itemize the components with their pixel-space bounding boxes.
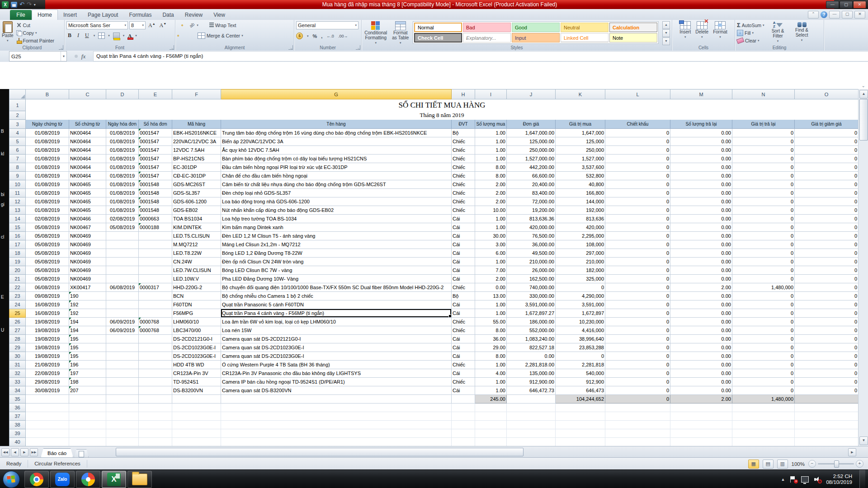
find-select-button[interactable]: Find & Select▾ — [792, 21, 812, 44]
vertical-scrollbar[interactable]: ▲ ▼ — [858, 89, 868, 446]
cell-L33[interactable]: 0 — [605, 378, 670, 386]
gallery-more-icon[interactable]: ▼ — [662, 38, 670, 45]
cell-N18[interactable]: 0 — [732, 249, 795, 258]
cell-J24[interactable]: 3,591,000.00 — [507, 300, 556, 309]
cell-H16[interactable]: Cái — [452, 232, 475, 240]
cell-J5[interactable]: 125,000.00 — [507, 137, 556, 146]
cell-O9[interactable]: 0 — [795, 172, 859, 180]
cell-E12[interactable]: 0001548 — [139, 197, 172, 206]
col-header-C[interactable]: C — [69, 89, 106, 99]
cell-H33[interactable]: Chiếc — [452, 378, 475, 386]
scroll-down-icon[interactable]: ▼ — [859, 436, 868, 445]
cell-O15[interactable]: 0 — [795, 223, 859, 232]
cell-C7[interactable]: NK00464 — [69, 155, 106, 163]
cell-B6[interactable]: 01/08/2019 — [26, 146, 69, 155]
cell-D26[interactable]: 06/09/2019 — [106, 318, 139, 326]
cell-D35[interactable] — [106, 395, 139, 404]
cell-D24[interactable] — [106, 300, 139, 309]
cell-C33[interactable]: 198 — [69, 378, 106, 386]
row-header-39[interactable]: 39 — [9, 429, 26, 438]
gallery-up-icon[interactable]: ▲ — [662, 21, 670, 29]
cell-I9[interactable]: 8.00 — [475, 172, 507, 180]
style-normal[interactable]: Normal — [414, 23, 462, 32]
cell-I39[interactable] — [475, 429, 507, 438]
cell-F12[interactable]: GDS-606-1200 — [172, 197, 221, 206]
zoom-out-icon[interactable]: − — [808, 460, 816, 468]
cell-N33[interactable]: 0 — [732, 378, 795, 386]
cell-K38[interactable] — [556, 421, 605, 429]
cell-H22[interactable]: Chiếc — [452, 283, 475, 292]
cell-O32[interactable]: 0 — [795, 369, 859, 378]
cell-F30[interactable]: DS-2CD1023G0E-I — [172, 352, 221, 361]
style-input[interactable]: Input — [512, 33, 560, 42]
cell-K20[interactable]: 182,000 — [556, 266, 605, 275]
cell-N21[interactable]: 0 — [732, 275, 795, 283]
cell-N35[interactable]: 1,480,000 — [732, 395, 795, 404]
cell-N39[interactable] — [732, 429, 795, 438]
cell-N11[interactable]: 0 — [732, 189, 795, 197]
cell-F9[interactable]: CĐ-EC-301DP — [172, 172, 221, 180]
cell-O11[interactable]: 0 — [795, 189, 859, 197]
font-dialog-launcher[interactable] — [170, 45, 174, 50]
cell-D10[interactable]: 01/08/2019 — [106, 180, 139, 189]
insert-function-icon[interactable]: fx — [81, 53, 85, 60]
cell-D21[interactable] — [106, 275, 139, 283]
delete-cells-button[interactable]: Delete▾ — [695, 21, 708, 44]
cell-L16[interactable]: 0 — [605, 232, 670, 240]
cell-H11[interactable]: Chiếc — [452, 189, 475, 197]
cell-K39[interactable] — [556, 429, 605, 438]
cell-L30[interactable]: 0 — [605, 352, 670, 361]
cell-J11[interactable]: 83,400.00 — [507, 189, 556, 197]
row-header-20[interactable]: 20 — [9, 266, 26, 275]
cell-G22[interactable]: Bộ chuyển đổi quang điện 10/100/1000 Bas… — [221, 283, 452, 292]
cell-G13[interactable]: Nút nhấn khẩn cấp dùng cho báo động GDS-… — [221, 206, 452, 215]
cell-O7[interactable]: 0 — [795, 155, 859, 163]
cell-L8[interactable]: 0 — [605, 163, 670, 172]
cell-G14[interactable]: Loa hộp treo tường TOA BS-1034 — [221, 215, 452, 223]
cell-O20[interactable]: 0 — [795, 266, 859, 275]
cell-H37[interactable] — [452, 412, 475, 421]
cell-F17[interactable]: M.MQ7212 — [172, 240, 221, 249]
cell-M39[interactable] — [670, 429, 732, 438]
row-header-14[interactable]: 14 — [9, 215, 26, 223]
cell-F35[interactable] — [172, 395, 221, 404]
cell-J39[interactable] — [507, 429, 556, 438]
tab-formulas[interactable]: Formulas — [123, 10, 157, 20]
undo-icon[interactable]: ↶ — [19, 1, 24, 8]
zoom-slider-thumb[interactable] — [834, 460, 839, 468]
cell-O26[interactable]: 0 — [795, 318, 859, 326]
cell-D12[interactable]: 01/08/2019 — [106, 197, 139, 206]
col-header-J[interactable]: J — [507, 89, 556, 99]
col-header-H[interactable]: H — [452, 89, 475, 99]
cell-M6[interactable]: 0.00 — [670, 146, 732, 155]
cell-G30[interactable]: Camera quan sát DS-2CD1023G0E-I — [221, 352, 452, 361]
cell-K27[interactable]: 4,416,000 — [556, 326, 605, 335]
sort-filter-button[interactable]: AZ Sort & Filter▾ — [768, 21, 788, 44]
cell-N34[interactable]: 0 — [732, 386, 795, 395]
comma-style-icon[interactable]: , — [321, 33, 322, 39]
col-header-E[interactable]: E — [139, 89, 172, 99]
cell-N23[interactable]: 0 — [732, 292, 795, 300]
row-header-17[interactable]: 17 — [9, 240, 26, 249]
cell-N14[interactable]: 0 — [732, 215, 795, 223]
cell-L32[interactable]: 0 — [605, 369, 670, 378]
cell-D23[interactable] — [106, 292, 139, 300]
cell-K14[interactable]: 813,636 — [556, 215, 605, 223]
cell-F10[interactable]: GDS-MC26ST — [172, 180, 221, 189]
row-header-11[interactable]: 11 — [9, 189, 26, 197]
cell-H24[interactable]: Cái — [452, 300, 475, 309]
cell-I12[interactable]: 2.00 — [475, 197, 507, 206]
zoom-in-icon[interactable]: + — [856, 460, 863, 468]
font-size-select[interactable]: 8▾ — [129, 21, 146, 29]
cell-O22[interactable]: 0 — [795, 283, 859, 292]
style-explanatory[interactable]: Explanatory... — [463, 33, 511, 42]
cell-I13[interactable]: 10.00 — [475, 206, 507, 215]
merge-center-button[interactable]: Merge & Center▾ — [198, 32, 243, 39]
cell-G16[interactable]: Đèn LED 1,2 M Clisun T5 - ánh sáng vàng — [221, 232, 452, 240]
cell-N7[interactable]: 0 — [732, 155, 795, 163]
cell-L36[interactable] — [605, 404, 670, 412]
workbook-minimize-button[interactable]: — — [829, 11, 840, 19]
taskbar-explorer[interactable] — [127, 471, 152, 488]
cell-B7[interactable]: 01/08/2019 — [26, 155, 69, 163]
col-header-I[interactable]: I — [475, 89, 507, 99]
